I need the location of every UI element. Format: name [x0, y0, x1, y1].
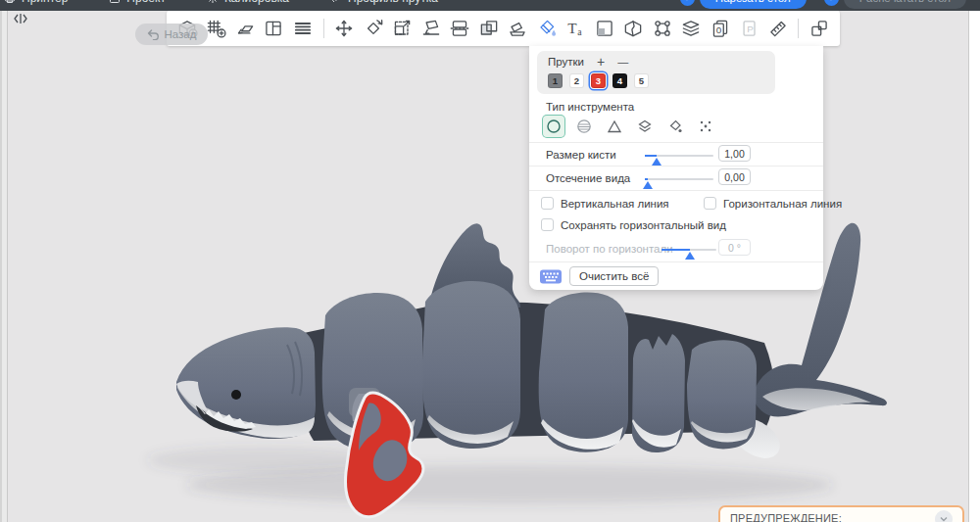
horizontal-line-label: Горизонтальная линия: [723, 198, 842, 210]
paint-settings-panel: Прутки + — 1 2 3 4 5 Тип инструмента Раз…: [529, 46, 823, 290]
ruler-icon[interactable]: [765, 15, 791, 42]
left-edge-strip: [0, 11, 8, 522]
warning-toast[interactable]: ПРЕДУПРЕЖДЕНИЕ:: [718, 505, 964, 522]
menu-filament-profile-label: Профиль прутка: [348, 0, 438, 5]
panel-footer: Очистить всё: [539, 266, 659, 286]
filaments-section: Прутки + — 1 2 3 4 5: [537, 51, 775, 94]
vertical-line-label: Вертикальная линия: [561, 198, 669, 210]
filaments-title: Прутки: [548, 56, 584, 68]
layout-icon[interactable]: [262, 15, 287, 42]
filament-swatch-3-selected[interactable]: 3: [591, 73, 606, 88]
horizontal-rotation-value: 0 °: [718, 239, 751, 256]
view-clip-slider-handle[interactable]: [643, 181, 653, 189]
back-arrow-icon: [147, 29, 160, 40]
slice-options-button[interactable]: [680, 0, 695, 6]
menu-calibration-label: Калибровка: [224, 0, 289, 5]
vertical-line-option: Вертикальная линия: [541, 197, 669, 210]
brush-size-value[interactable]: 1,00: [718, 145, 751, 162]
frame-icon[interactable]: [650, 15, 675, 42]
view-clip-value[interactable]: 0,00: [718, 168, 751, 185]
menu-project[interactable]: Проект: [109, 0, 166, 5]
text-icon[interactable]: Ta: [563, 15, 588, 42]
tilt-icon[interactable]: [505, 15, 530, 42]
printer-icon: [4, 0, 16, 4]
lay-flat-icon[interactable]: [418, 15, 444, 42]
gap-fill-tool-icon[interactable]: [695, 116, 716, 137]
list-icon[interactable]: [290, 15, 316, 42]
svg-text:a: a: [577, 26, 582, 37]
circle-tool-icon[interactable]: [543, 116, 564, 137]
pattern-icon[interactable]: [592, 15, 617, 42]
calibration-icon: [207, 0, 219, 4]
view-clip-row: Отсечение вида 0,00: [529, 167, 823, 191]
back-button-label: Назад: [165, 28, 197, 40]
horizontal-rotation-label: Поворот по горизонтали: [546, 243, 673, 255]
auto-arrange-icon[interactable]: [232, 15, 258, 42]
keep-horizontal-view-checkbox[interactable]: [541, 218, 554, 231]
horizontal-rotation-row: Поворот по горизонтали 0 °: [529, 238, 823, 261]
warning-title: ПРЕДУПРЕЖДЕНИЕ:: [730, 512, 842, 522]
warning-collapse-button[interactable]: [935, 510, 953, 522]
split-icon[interactable]: [447, 15, 472, 42]
horizontal-rotation-slider-handle[interactable]: [685, 252, 695, 260]
top-menu-bar: Принтер Проект Калибровка Профиль прутка…: [0, 0, 980, 11]
print-options-button[interactable]: [824, 0, 839, 6]
filament-profile-icon: [330, 0, 342, 4]
menu-calibration[interactable]: Калибровка: [207, 0, 289, 5]
right-scroll-strip[interactable]: [968, 11, 980, 522]
view-clip-slider[interactable]: [645, 178, 713, 180]
menu-printer[interactable]: Принтер: [4, 0, 68, 5]
main-toolbar: Ta 0 P: [167, 11, 840, 46]
clear-all-button[interactable]: Очистить всё: [569, 266, 659, 286]
viewport-3d[interactable]: [0, 0, 980, 522]
keep-horizontal-view-label: Сохранять горизонтальный вид: [561, 219, 726, 231]
rotate-icon[interactable]: [361, 15, 386, 42]
tool-type-label: Тип инструмента: [546, 101, 634, 113]
vertical-line-checkbox[interactable]: [541, 197, 554, 210]
scale-icon[interactable]: [389, 15, 415, 42]
pages-p-icon: P: [736, 15, 761, 42]
sphere-tool-icon[interactable]: [573, 116, 595, 137]
move-icon[interactable]: [331, 15, 357, 42]
chevron-down-icon: [939, 514, 949, 522]
svg-text:T: T: [568, 20, 578, 36]
triangle-tool-icon[interactable]: [604, 116, 625, 137]
svg-text:0: 0: [716, 24, 722, 35]
filament-swatch-2[interactable]: 2: [569, 73, 584, 88]
fill-tool-icon[interactable]: [664, 116, 686, 137]
horizontal-line-option: Горизонтальная линия: [704, 197, 842, 210]
collapse-panel-icon[interactable]: [13, 12, 32, 25]
print-plate-button[interactable]: Распечатать стол: [844, 0, 966, 9]
add-filament-button[interactable]: +: [597, 56, 605, 68]
remove-filament-button[interactable]: —: [617, 56, 628, 68]
slice-plate-button[interactable]: Нарезать стол: [700, 0, 807, 9]
keep-horizontal-view-option: Сохранять горизонтальный вид: [541, 218, 726, 231]
layer-stack-icon[interactable]: [678, 15, 704, 42]
keyboard-shortcuts-icon[interactable]: [539, 268, 563, 285]
back-button[interactable]: Назад: [135, 24, 208, 45]
height-range-tool-icon[interactable]: [634, 116, 656, 137]
paint-icon[interactable]: [534, 15, 560, 42]
view-clip-label: Отсечение вида: [546, 172, 630, 184]
mirror-icon[interactable]: [476, 15, 502, 42]
pages-zero-icon[interactable]: 0: [708, 15, 733, 42]
filament-swatch-5[interactable]: 5: [634, 73, 649, 88]
app-window: Принтер Проект Калибровка Профиль прутка…: [0, 0, 980, 522]
brush-size-label: Размер кисти: [546, 149, 616, 161]
puzzle-icon[interactable]: [807, 15, 832, 42]
brush-size-slider[interactable]: [645, 155, 713, 157]
tool-type-row: [543, 116, 716, 137]
horizontal-rotation-slider[interactable]: [662, 249, 716, 251]
chevron-down-icon: [827, 0, 835, 2]
brush-size-row: Размер кисти 1,00: [529, 144, 823, 167]
horizontal-line-checkbox[interactable]: [704, 197, 716, 210]
shark-eye: [231, 390, 241, 400]
menu-project-label: Проект: [126, 0, 166, 5]
menu-filament-profile[interactable]: Профиль прутка: [330, 0, 438, 5]
brush-size-slider-handle[interactable]: [652, 158, 662, 166]
svg-text:P: P: [748, 24, 755, 34]
filament-swatch-1[interactable]: 1: [548, 73, 563, 88]
filament-swatch-4[interactable]: 4: [612, 73, 627, 88]
menu-printer-label: Принтер: [22, 0, 68, 5]
cut-icon[interactable]: [620, 15, 646, 42]
